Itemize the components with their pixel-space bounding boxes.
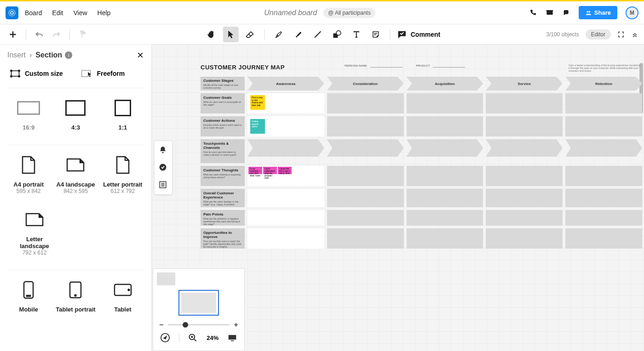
menu-help[interactable]: Help (98, 9, 111, 17)
insert-sidebar: Insert › Section i Custom size Freeform (0, 45, 152, 351)
phone-icon[interactable] (529, 9, 537, 17)
zoom-fit-button[interactable] (187, 332, 198, 343)
actions-cell[interactable]: Online search query (247, 116, 324, 136)
share-label: Share (594, 9, 611, 16)
section-a4-portrait[interactable]: A4 portrait 595 x 842 (7, 153, 50, 194)
section-letter-portrait[interactable]: Letter portrait 612 x 792 (102, 153, 144, 194)
pan-tool[interactable] (204, 27, 219, 42)
text-tool[interactable] (349, 27, 364, 42)
zoom-minus-icon[interactable] (159, 322, 164, 328)
svg-point-7 (277, 35, 278, 36)
fullscreen-icon[interactable] (617, 31, 625, 38)
customer-journey-map[interactable]: CUSTOMER JOURNEY MAP PERSONA NAME: PRODU… (201, 64, 642, 251)
close-panel-button[interactable] (137, 51, 144, 59)
svg-rect-3 (546, 10, 553, 11)
svg-point-19 (75, 295, 76, 296)
presentation-icon[interactable] (227, 332, 238, 343)
cjm-title: CUSTOMER JOURNEY MAP (201, 64, 285, 71)
svg-point-9 (336, 30, 341, 35)
minimap-active[interactable] (178, 290, 219, 316)
section-tablet-landscape[interactable]: Tablet (102, 278, 144, 319)
custom-size-mode[interactable]: Custom size (10, 69, 63, 78)
zoom-value[interactable]: 24% (207, 334, 218, 341)
section-1-1[interactable]: 1:1 (102, 96, 144, 131)
sticky-magenta-2[interactable]: I don't understand what the program does (263, 167, 277, 174)
list-tab[interactable] (159, 181, 168, 190)
editor-mode-pill[interactable]: Editor (586, 29, 611, 40)
sticky-note-tool[interactable] (368, 27, 384, 42)
collapse-icon[interactable] (631, 31, 638, 38)
line-tool[interactable] (310, 27, 326, 42)
compass-button[interactable] (160, 332, 171, 343)
persona-name-field: PERSONA NAME: (345, 64, 402, 68)
notifications-tab[interactable] (159, 146, 168, 155)
sticky-note-yellow[interactable]: Find a way to link Asana with their wiki (250, 95, 265, 110)
stage-awareness[interactable]: Awareness (247, 77, 324, 91)
present-icon[interactable] (546, 9, 554, 17)
stage-retention[interactable]: Retention (565, 77, 642, 91)
svg-point-11 (11, 70, 12, 71)
freeform-mode[interactable]: Freeform (81, 69, 125, 78)
chevron-right-icon: › (29, 51, 32, 59)
svg-rect-26 (229, 335, 236, 340)
format-painter-button[interactable] (75, 27, 90, 42)
stage-service[interactable]: Service (486, 77, 563, 91)
cjm-description: Gain a better understanding of the buyin… (569, 64, 642, 72)
canvas-side-tabs (155, 141, 172, 194)
sticky-magenta-1[interactable]: I'm so confused, I can't find what I wan… (248, 167, 262, 174)
user-avatar[interactable]: M (626, 6, 638, 19)
svg-point-14 (18, 75, 20, 77)
chat-icon[interactable] (562, 9, 570, 17)
main-toolbar: Comment 3/100 objects Editor (0, 24, 644, 45)
stage-acquisition[interactable]: Acquisition (407, 77, 483, 91)
comment-label: Comment (411, 31, 441, 38)
menu-board[interactable]: Board (25, 9, 42, 17)
minimap-panel: 24% (153, 268, 245, 351)
zoom-plus-icon[interactable] (233, 322, 239, 328)
minimap-thumb-1[interactable] (157, 272, 175, 285)
section-4-3[interactable]: 4:3 (54, 96, 97, 131)
svg-point-4 (586, 11, 588, 12)
undo-button[interactable] (32, 27, 46, 42)
comment-tool[interactable]: Comment (397, 30, 441, 39)
add-button[interactable] (6, 27, 20, 42)
section-letter-landscape[interactable]: Letter landscape 792 x 612 (14, 208, 55, 256)
participants-pill[interactable]: @ All participants (323, 8, 375, 18)
canvas[interactable]: CUSTOMER JOURNEY MAP PERSONA NAME: PRODU… (152, 45, 644, 351)
section-tablet-portrait[interactable]: Tablet portrait 768 x 1024 (54, 278, 97, 319)
thoughts-cell[interactable]: I'm so confused, I can't find what I wan… (247, 166, 324, 186)
menu-edit[interactable]: Edit (52, 9, 63, 17)
svg-point-5 (588, 11, 590, 12)
select-tool[interactable] (223, 27, 239, 42)
goals-cell[interactable]: Find a way to link Asana with their wiki (247, 93, 324, 113)
share-button[interactable]: Share (579, 6, 617, 19)
sticky-magenta-3[interactable]: I found the link to get a demo, nice! (278, 167, 292, 174)
app-logo[interactable] (6, 6, 18, 19)
svg-rect-10 (12, 71, 19, 76)
breadcrumb-section: Section (35, 51, 62, 59)
svg-point-13 (11, 75, 12, 77)
objects-count: 3/100 objects (546, 31, 579, 38)
marker-tool[interactable] (291, 27, 306, 42)
menubar: Board Edit View Help (25, 9, 110, 17)
section-a4-landscape[interactable]: A4 landscape 842 x 595 (54, 153, 97, 194)
zoom-slider[interactable] (157, 322, 241, 328)
section-16-9[interactable]: 16:9 (7, 96, 50, 131)
svg-point-21 (128, 289, 129, 291)
product-field: PRODUCT: (416, 64, 466, 68)
sticky-note-teal[interactable]: Online search query (250, 119, 265, 134)
topbar: Board Edit View Help Unnamed board @ All… (0, 1, 644, 24)
tasks-tab[interactable] (159, 163, 168, 172)
section-mobile[interactable]: Mobile 320 x 568 (7, 278, 50, 319)
svg-point-1 (11, 11, 13, 14)
stage-consideration[interactable]: Consideration (327, 77, 404, 91)
board-title[interactable]: Unnamed board (264, 9, 317, 17)
menu-view[interactable]: View (73, 9, 87, 17)
redo-button[interactable] (49, 27, 64, 42)
svg-rect-2 (546, 11, 552, 15)
pen-tool[interactable] (271, 27, 287, 42)
breadcrumb-insert[interactable]: Insert (7, 51, 26, 59)
eraser-tool[interactable] (242, 27, 258, 42)
shape-tool[interactable] (329, 27, 345, 42)
info-icon[interactable]: i (65, 51, 72, 59)
